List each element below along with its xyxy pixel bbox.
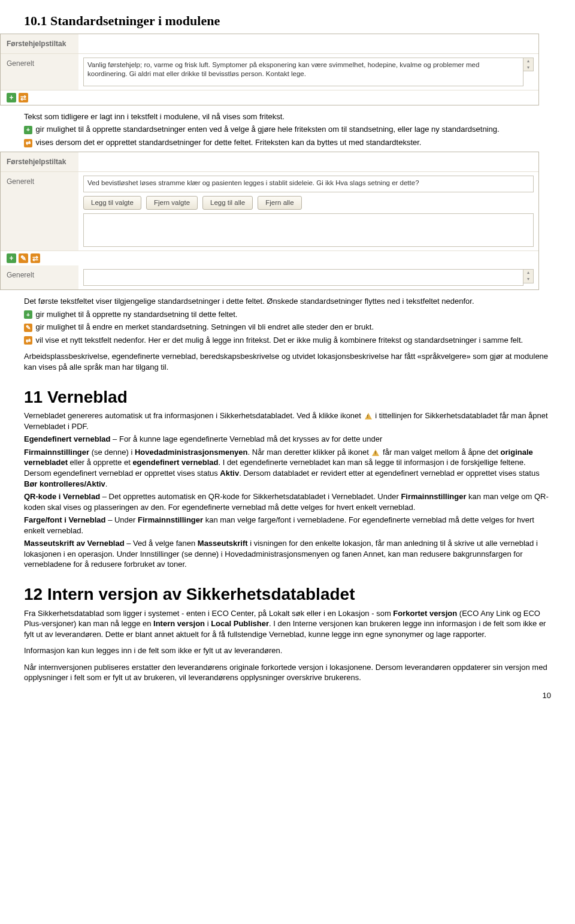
scrollbar-2[interactable]: ▴▾ — [523, 269, 534, 283]
p-gir-mulighet: + gir mulighet til å opprette standardse… — [24, 124, 551, 135]
s11-p2: Egendefinert verneblad – For å kunne lag… — [24, 434, 551, 445]
p-ny-standard: + gir mulighet til å opprette ny standar… — [24, 309, 551, 320]
plus-icon: + — [24, 126, 32, 134]
s11-p4: QR-kode i Verneblad – Det opprettes auto… — [24, 491, 551, 512]
panel2-textarea[interactable]: Ved bevistløshet løses stramme klær og p… — [83, 176, 534, 192]
edit-icon[interactable]: ✎ — [19, 253, 28, 263]
warning-icon — [365, 413, 372, 419]
panel2-row-label-2: Generelt — [1, 265, 78, 289]
s11-p1: Vernebladet genereres automatisk ut fra … — [24, 410, 551, 431]
add-icon-2[interactable]: + — [7, 253, 16, 263]
s11-p5: Farge/font i Verneblad – Under Firmainns… — [24, 515, 551, 536]
panel1-row-label: Generelt — [1, 54, 78, 90]
swap-icon-2[interactable]: ⇄ — [31, 253, 40, 263]
btn-legg-til-alle[interactable]: Legg til alle — [202, 196, 253, 210]
panel1-textarea[interactable]: Vanlig førstehjelp; ro, varme og frisk l… — [83, 58, 523, 86]
panel1-header: Førstehjelpstiltak — [1, 34, 78, 53]
panel2-row-label: Generelt — [1, 172, 78, 251]
swap-icon-inline: ⇄ — [24, 139, 32, 147]
panel-forstehjelp-2: Førstehjelpstiltak Generelt Ved bevistlø… — [0, 152, 539, 291]
s12-p3: Når internversjonen publiseres erstatter… — [24, 662, 551, 683]
panel2-textarea-2[interactable] — [83, 269, 523, 286]
swap-icon-3: ⇄ — [24, 336, 32, 345]
heading-10-1: 10.1 Standardsetninger i modulene — [24, 12, 551, 30]
plus-icon-2: + — [24, 310, 32, 319]
p-nytt-tekstfelt: ⇄ vil vise et nytt tekstfelt nedenfor. H… — [24, 335, 551, 346]
btn-legg-til-valgte[interactable]: Legg til valgte — [83, 196, 141, 210]
p-vises-dersom: ⇄ vises dersom det er opprettet standard… — [24, 137, 551, 148]
s11-p3: Firmainnstillinger (se denne) i Hovedadm… — [24, 447, 551, 489]
s11-p6: Masseutskrift av Verneblad – Ved å velge… — [24, 538, 551, 570]
s12-p1: Fra Sikkerhetsdatablad som ligger i syst… — [24, 608, 551, 640]
heading-12: 12 Intern versjon av Sikkerhetsdatablade… — [24, 583, 551, 606]
scrollbar[interactable]: ▴▾ — [523, 58, 534, 72]
panel-forstehjelp-1: Førstehjelpstiltak Generelt Vanlig først… — [0, 34, 539, 105]
panel2-selectbox[interactable] — [83, 213, 534, 247]
page-number: 10 — [24, 690, 551, 701]
s12-p2: Informasjon kan kun legges inn i de felt… — [24, 645, 551, 656]
swap-icon[interactable]: ⇄ — [19, 93, 28, 102]
add-icon[interactable]: + — [7, 93, 16, 102]
btn-fjern-alle[interactable]: Fjern alle — [258, 196, 301, 210]
warning-icon-2 — [372, 449, 379, 456]
pencil-icon: ✎ — [24, 324, 32, 332]
panel2-header: Førstehjelpstiltak — [1, 152, 78, 171]
p-endre-merket: ✎ gir mulighet til å endre en merket sta… — [24, 322, 551, 333]
p-arbeidsplass: Arbeidsplassbeskrivelse, egendefinerte v… — [24, 351, 551, 372]
p-forste-tekstfelt: Det første tekstfeltet viser tilgjengeli… — [24, 296, 551, 307]
p-tekst-tidligere: Tekst som tidligere er lagt inn i tekstf… — [24, 111, 551, 122]
btn-fjern-valgte[interactable]: Fjern valgte — [146, 196, 198, 210]
heading-11: 11 Verneblad — [24, 386, 551, 409]
